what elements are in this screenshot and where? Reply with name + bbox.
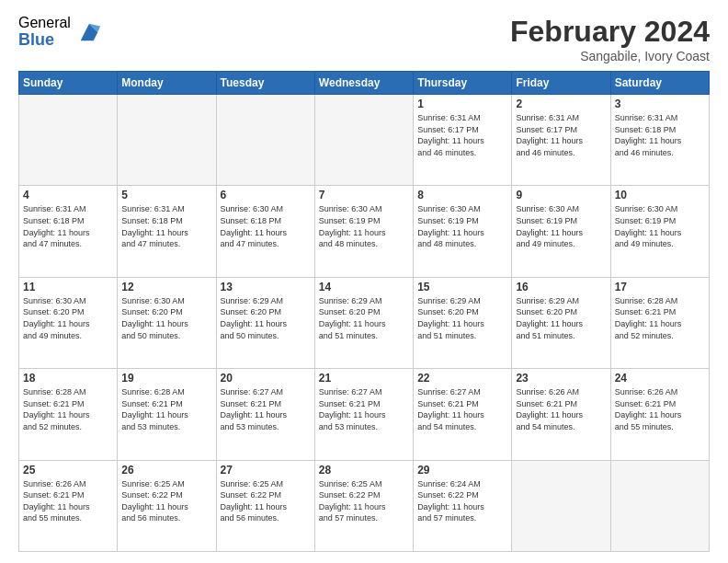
day-info: Sunrise: 6:31 AM Sunset: 6:18 PM Dayligh… [121, 203, 211, 249]
logo-blue: Blue [18, 31, 71, 50]
day-info: Sunrise: 6:28 AM Sunset: 6:21 PM Dayligh… [23, 386, 113, 432]
day-info: Sunrise: 6:30 AM Sunset: 6:19 PM Dayligh… [319, 203, 409, 249]
day-info: Sunrise: 6:30 AM Sunset: 6:20 PM Dayligh… [23, 295, 113, 341]
calendar-day-header: Wednesday [314, 72, 413, 95]
day-number: 14 [319, 281, 409, 293]
calendar-cell: 6Sunrise: 6:30 AM Sunset: 6:18 PM Daylig… [216, 186, 314, 277]
day-number: 24 [615, 372, 705, 385]
day-info: Sunrise: 6:25 AM Sunset: 6:22 PM Dayligh… [221, 478, 311, 524]
calendar-cell [216, 95, 314, 186]
calendar-cell: 19Sunrise: 6:28 AM Sunset: 6:21 PM Dayli… [118, 369, 216, 460]
day-number: 22 [417, 372, 507, 385]
day-info: Sunrise: 6:27 AM Sunset: 6:21 PM Dayligh… [319, 386, 409, 432]
day-number: 10 [615, 189, 705, 201]
calendar-cell: 25Sunrise: 6:26 AM Sunset: 6:21 PM Dayli… [19, 460, 118, 551]
page: General Blue February 2024 Sangabile, Iv… [0, 0, 728, 563]
calendar-cell [610, 460, 709, 551]
day-number: 9 [516, 189, 606, 201]
day-info: Sunrise: 6:29 AM Sunset: 6:20 PM Dayligh… [221, 295, 311, 341]
day-number: 1 [417, 98, 507, 110]
day-info: Sunrise: 6:29 AM Sunset: 6:20 PM Dayligh… [516, 295, 606, 341]
day-info: Sunrise: 6:30 AM Sunset: 6:20 PM Dayligh… [121, 295, 211, 341]
day-number: 20 [221, 372, 311, 385]
calendar-week-row: 18Sunrise: 6:28 AM Sunset: 6:21 PM Dayli… [19, 369, 710, 460]
day-number: 18 [23, 372, 113, 385]
logo-text: General Blue [18, 15, 71, 49]
calendar-cell: 1Sunrise: 6:31 AM Sunset: 6:17 PM Daylig… [414, 95, 512, 186]
calendar-cell: 18Sunrise: 6:28 AM Sunset: 6:21 PM Dayli… [19, 369, 118, 460]
calendar-cell: 7Sunrise: 6:30 AM Sunset: 6:19 PM Daylig… [314, 186, 413, 277]
calendar-cell: 9Sunrise: 6:30 AM Sunset: 6:19 PM Daylig… [512, 186, 610, 277]
day-number: 27 [221, 464, 311, 477]
day-info: Sunrise: 6:27 AM Sunset: 6:21 PM Dayligh… [221, 386, 311, 432]
title-location: Sangabile, Ivory Coast [510, 49, 710, 63]
day-info: Sunrise: 6:26 AM Sunset: 6:21 PM Dayligh… [23, 478, 113, 524]
day-number: 16 [516, 281, 606, 293]
calendar-cell: 16Sunrise: 6:29 AM Sunset: 6:20 PM Dayli… [512, 277, 610, 368]
day-number: 26 [121, 464, 211, 477]
calendar-cell: 17Sunrise: 6:28 AM Sunset: 6:21 PM Dayli… [610, 277, 709, 368]
day-info: Sunrise: 6:26 AM Sunset: 6:21 PM Dayligh… [615, 386, 705, 432]
calendar-cell: 27Sunrise: 6:25 AM Sunset: 6:22 PM Dayli… [216, 460, 314, 551]
calendar-cell: 8Sunrise: 6:30 AM Sunset: 6:19 PM Daylig… [414, 186, 512, 277]
calendar-cell: 28Sunrise: 6:25 AM Sunset: 6:22 PM Dayli… [314, 460, 413, 551]
calendar-day-header: Saturday [610, 72, 709, 95]
day-info: Sunrise: 6:25 AM Sunset: 6:22 PM Dayligh… [319, 478, 409, 524]
calendar-cell: 10Sunrise: 6:30 AM Sunset: 6:19 PM Dayli… [610, 186, 709, 277]
day-number: 13 [221, 281, 311, 293]
title-block: February 2024 Sangabile, Ivory Coast [510, 15, 710, 63]
calendar-week-row: 4Sunrise: 6:31 AM Sunset: 6:18 PM Daylig… [19, 186, 710, 277]
day-number: 19 [121, 372, 211, 385]
day-number: 28 [319, 464, 409, 477]
calendar-cell: 22Sunrise: 6:27 AM Sunset: 6:21 PM Dayli… [414, 369, 512, 460]
calendar-cell: 29Sunrise: 6:24 AM Sunset: 6:22 PM Dayli… [414, 460, 512, 551]
day-info: Sunrise: 6:30 AM Sunset: 6:18 PM Dayligh… [221, 203, 311, 249]
day-info: Sunrise: 6:27 AM Sunset: 6:21 PM Dayligh… [417, 386, 507, 432]
day-number: 7 [319, 189, 409, 201]
calendar-cell [512, 460, 610, 551]
day-info: Sunrise: 6:29 AM Sunset: 6:20 PM Dayligh… [417, 295, 507, 341]
calendar-cell: 13Sunrise: 6:29 AM Sunset: 6:20 PM Dayli… [216, 277, 314, 368]
calendar-cell [314, 95, 413, 186]
day-info: Sunrise: 6:30 AM Sunset: 6:19 PM Dayligh… [516, 203, 606, 249]
day-info: Sunrise: 6:29 AM Sunset: 6:20 PM Dayligh… [319, 295, 409, 341]
day-info: Sunrise: 6:31 AM Sunset: 6:17 PM Dayligh… [516, 112, 606, 158]
calendar-cell: 14Sunrise: 6:29 AM Sunset: 6:20 PM Dayli… [314, 277, 413, 368]
calendar-week-row: 11Sunrise: 6:30 AM Sunset: 6:20 PM Dayli… [19, 277, 710, 368]
calendar-day-header: Tuesday [216, 72, 314, 95]
day-number: 29 [417, 464, 507, 477]
day-info: Sunrise: 6:31 AM Sunset: 6:18 PM Dayligh… [615, 112, 705, 158]
day-number: 15 [417, 281, 507, 293]
calendar-cell: 11Sunrise: 6:30 AM Sunset: 6:20 PM Dayli… [19, 277, 118, 368]
logo-icon [76, 19, 102, 45]
calendar-cell: 20Sunrise: 6:27 AM Sunset: 6:21 PM Dayli… [216, 369, 314, 460]
day-number: 25 [23, 464, 113, 477]
day-number: 6 [221, 189, 311, 201]
day-info: Sunrise: 6:30 AM Sunset: 6:19 PM Dayligh… [615, 203, 705, 249]
day-info: Sunrise: 6:26 AM Sunset: 6:21 PM Dayligh… [516, 386, 606, 432]
day-info: Sunrise: 6:31 AM Sunset: 6:17 PM Dayligh… [417, 112, 507, 158]
day-number: 2 [516, 98, 606, 110]
calendar-cell: 5Sunrise: 6:31 AM Sunset: 6:18 PM Daylig… [118, 186, 216, 277]
calendar-cell: 21Sunrise: 6:27 AM Sunset: 6:21 PM Dayli… [314, 369, 413, 460]
calendar-cell: 26Sunrise: 6:25 AM Sunset: 6:22 PM Dayli… [118, 460, 216, 551]
day-number: 23 [516, 372, 606, 385]
day-info: Sunrise: 6:28 AM Sunset: 6:21 PM Dayligh… [615, 295, 705, 341]
calendar-cell: 4Sunrise: 6:31 AM Sunset: 6:18 PM Daylig… [19, 186, 118, 277]
day-number: 8 [417, 189, 507, 201]
logo: General Blue [18, 15, 102, 49]
calendar-cell: 24Sunrise: 6:26 AM Sunset: 6:21 PM Dayli… [610, 369, 709, 460]
day-number: 11 [23, 281, 113, 293]
calendar-day-header: Sunday [19, 72, 118, 95]
day-number: 4 [23, 189, 113, 201]
day-number: 12 [121, 281, 211, 293]
calendar-cell: 3Sunrise: 6:31 AM Sunset: 6:18 PM Daylig… [610, 95, 709, 186]
calendar-table: SundayMondayTuesdayWednesdayThursdayFrid… [18, 71, 710, 552]
day-info: Sunrise: 6:25 AM Sunset: 6:22 PM Dayligh… [121, 478, 211, 524]
calendar-cell: 12Sunrise: 6:30 AM Sunset: 6:20 PM Dayli… [118, 277, 216, 368]
calendar-cell [19, 95, 118, 186]
calendar-day-header: Monday [118, 72, 216, 95]
day-number: 5 [121, 189, 211, 201]
calendar-day-header: Friday [512, 72, 610, 95]
calendar-cell: 2Sunrise: 6:31 AM Sunset: 6:17 PM Daylig… [512, 95, 610, 186]
